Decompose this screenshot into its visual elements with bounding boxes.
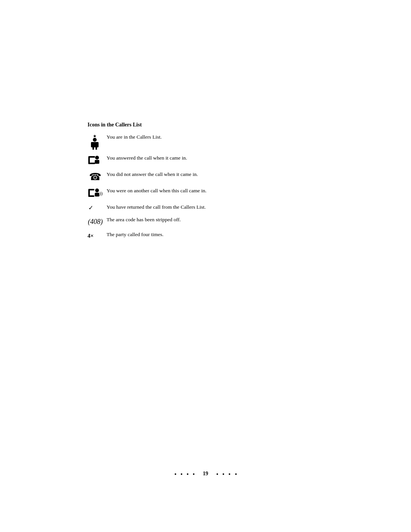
dot-7 xyxy=(229,473,230,475)
svg-rect-6 xyxy=(88,156,95,158)
svg-text:✓: ✓ xyxy=(88,204,93,211)
svg-text:↙: ↙ xyxy=(93,160,96,165)
svg-point-8 xyxy=(95,156,99,160)
call-count-entry: 4× The party called four times. xyxy=(88,231,247,240)
answered-call-icon: ↙ xyxy=(88,154,107,166)
svg-rect-16 xyxy=(95,193,99,197)
dot-8 xyxy=(235,473,237,475)
area-code-text: The area code has been stripped off. xyxy=(107,216,247,224)
page-number: 19 xyxy=(203,471,208,476)
svg-text:☎: ☎ xyxy=(89,171,101,182)
svg-rect-14 xyxy=(88,195,94,197)
svg-rect-4 xyxy=(96,147,97,150)
dot-1 xyxy=(175,473,176,475)
section-title: Icons in the Callers List xyxy=(88,122,247,128)
returned-call-entry: ✓ You have returned the call from the Ca… xyxy=(88,203,247,211)
missed-call-text: You did not answer the call when it came… xyxy=(107,171,247,178)
busy-call-entry: )) You were on another call when this ca… xyxy=(88,187,247,199)
call-count-icon: 4× xyxy=(88,231,107,240)
callers-list-entry: ★ You are in the Callers List. xyxy=(88,133,247,150)
person-with-star-icon: ★ xyxy=(88,133,107,150)
svg-text:★: ★ xyxy=(93,134,97,138)
answered-call-text: You answered the call when it came in. xyxy=(107,154,247,162)
dot-3 xyxy=(187,473,188,475)
svg-text:)): )) xyxy=(99,190,103,196)
page-content: Icons in the Callers List ★ You are in t… xyxy=(88,122,247,244)
svg-rect-2 xyxy=(91,142,99,147)
checkmark-icon: ✓ xyxy=(88,203,107,211)
svg-rect-3 xyxy=(92,147,94,150)
missed-call-entry: ☎ You did not answer the call when it ca… xyxy=(88,171,247,182)
dot-4 xyxy=(193,473,194,475)
dot-2 xyxy=(181,473,182,475)
svg-text:4×: 4× xyxy=(88,233,94,239)
call-count-text: The party called four times. xyxy=(107,231,247,238)
dot-5 xyxy=(217,473,218,475)
missed-call-icon: ☎ xyxy=(88,171,107,182)
callers-list-text: You are in the Callers List. xyxy=(107,133,247,141)
area-code-icon: (408) xyxy=(88,216,107,226)
busy-call-text: You were on another call when this call … xyxy=(107,187,247,195)
returned-call-text: You have returned the call from the Call… xyxy=(107,203,247,211)
dot-6 xyxy=(223,473,224,475)
svg-point-1 xyxy=(93,138,97,142)
svg-text:(408): (408) xyxy=(88,218,103,226)
svg-point-15 xyxy=(95,189,99,192)
page-number-bar: 19 xyxy=(0,471,411,477)
svg-rect-13 xyxy=(88,189,94,190)
answered-call-entry: ↙ You answered the call when it came in. xyxy=(88,154,247,166)
area-code-entry: (408) The area code has been stripped of… xyxy=(88,216,247,226)
busy-call-icon: )) xyxy=(88,187,107,199)
